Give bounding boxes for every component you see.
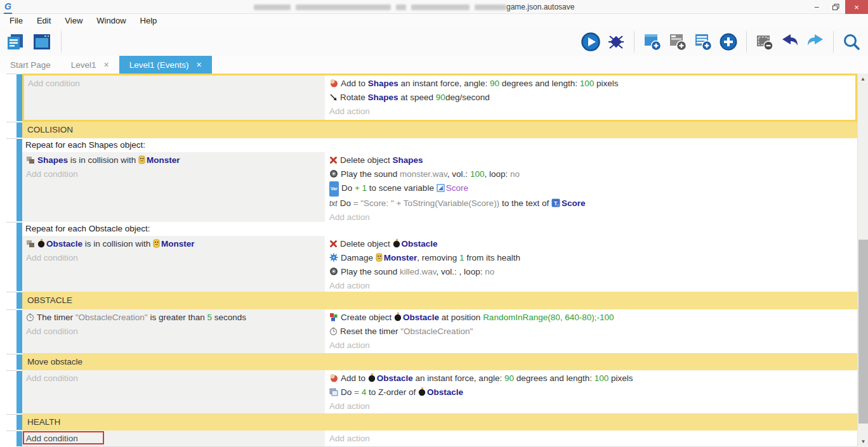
event-drag-handle[interactable]: [16, 431, 22, 446]
add-action-link[interactable]: Add action: [329, 279, 857, 293]
action-play-sound[interactable]: Play the sound killed.wav, vol.: , loop:…: [329, 265, 857, 279]
actions-area[interactable]: Add to Shapes an instant force, angle: 9…: [325, 75, 855, 120]
vertical-scrollbar[interactable]: ▲ ▼: [857, 74, 868, 447]
event-drag-handle[interactable]: [16, 139, 22, 221]
close-button[interactable]: ×: [845, 0, 868, 14]
tab-label: Level1: [71, 60, 96, 70]
add-condition-link[interactable]: Add condition: [28, 77, 325, 91]
tab-start-page[interactable]: Start Page: [0, 56, 61, 74]
add-condition-link[interactable]: Add condition: [26, 167, 325, 181]
conditions-area[interactable]: Add condition: [22, 431, 325, 446]
scene-editor-button[interactable]: [32, 32, 52, 52]
action-reset-timer[interactable]: Reset the timer "ObstacleCreation": [329, 325, 857, 339]
add-action-link[interactable]: Add action: [329, 432, 857, 446]
menu-help[interactable]: Help: [133, 14, 164, 28]
event-row-foreach-obstacle[interactable]: Repeat for each Obstacle object: Obstacl…: [0, 222, 857, 292]
tab-bar: Start Page Level1× Level1 (Events)×: [0, 56, 868, 74]
scrollbar-thumb[interactable]: [858, 240, 868, 424]
project-manager-button[interactable]: [5, 32, 25, 52]
conditions-area[interactable]: Obstacle is in collision with Monster Ad…: [22, 236, 325, 293]
conditions-area[interactable]: Add condition: [22, 370, 325, 413]
foreach-header[interactable]: Repeat for each Obstacle object:: [22, 222, 857, 236]
condition-collision[interactable]: Shapes is in collision with Monster: [26, 153, 325, 167]
obstacle-object-icon: [393, 238, 400, 248]
scroll-down-icon[interactable]: ▼: [858, 436, 868, 447]
conditions-area[interactable]: Shapes is in collision with Monster Add …: [22, 152, 325, 224]
comment-banner[interactable]: OBSTACLE: [22, 292, 857, 309]
action-delete-shapes[interactable]: Delete object Shapes: [329, 153, 857, 167]
action-add-force[interactable]: Add to Obstacle an instant force, angle:…: [329, 372, 857, 385]
add-condition-link[interactable]: Add condition: [26, 432, 325, 446]
action-damage[interactable]: Damage Monster, removing 1 from its heal…: [329, 251, 857, 265]
add-condition-link[interactable]: Add condition: [26, 251, 325, 265]
text-object-icon: Tx: [551, 198, 560, 207]
event-drag-handle[interactable]: [16, 122, 22, 138]
add-element-button[interactable]: [718, 32, 739, 52]
event-drag-handle[interactable]: [16, 371, 22, 413]
tab-level1-events[interactable]: Level1 (Events)×: [119, 56, 212, 74]
event-drag-handle[interactable]: [16, 354, 22, 370]
add-subevent-button[interactable]: [667, 32, 688, 52]
search-button[interactable]: [841, 32, 862, 52]
actions-area[interactable]: Create object Obstacle at position Rando…: [325, 309, 857, 353]
minimize-button[interactable]: –: [807, 0, 826, 14]
actions-area[interactable]: Delete object Obstacle Damage Monster, r…: [325, 236, 857, 293]
add-action-link[interactable]: Add action: [329, 105, 855, 119]
action-scene-variable[interactable]: VarDo + 1 to scene variable Score: [329, 181, 857, 197]
undo-button[interactable]: [780, 32, 800, 52]
tab-close-icon[interactable]: ×: [104, 60, 109, 70]
redo-button[interactable]: [805, 32, 825, 52]
menu-view[interactable]: View: [58, 14, 89, 28]
action-text-of-score[interactable]: txtDo = "Score: " + ToString(Variable(Sc…: [329, 197, 857, 211]
tab-close-icon[interactable]: ×: [197, 60, 202, 70]
event-drag-handle[interactable]: [16, 223, 22, 291]
add-comment-button[interactable]: [693, 32, 713, 52]
tab-level1[interactable]: Level1×: [61, 56, 119, 74]
foreach-header[interactable]: Repeat for each Shapes object:: [22, 138, 857, 152]
actions-area[interactable]: Delete object Shapes Play the sound mons…: [325, 152, 857, 224]
scroll-up-icon[interactable]: ▲: [858, 74, 868, 84]
play-button[interactable]: [581, 32, 601, 52]
condition-collision[interactable]: Obstacle is in collision with Monster: [26, 237, 325, 251]
comment-row-move-obstacle[interactable]: Move obstacle: [0, 354, 857, 370]
debug-button[interactable]: [606, 32, 626, 52]
event-row-health-empty[interactable]: Add condition Add action: [0, 431, 857, 447]
action-rotate[interactable]: Rotate Shapes at speed 90deg/second: [329, 91, 855, 105]
menu-edit[interactable]: Edit: [30, 14, 58, 28]
event-row-foreach-shapes[interactable]: Repeat for each Shapes object: Shapes is…: [0, 138, 857, 222]
add-action-link[interactable]: Add action: [329, 339, 857, 353]
event-row-move-obstacle[interactable]: Add condition Add to Obstacle an instant…: [0, 370, 857, 414]
menu-window[interactable]: Window: [89, 14, 133, 28]
conditions-area[interactable]: Add condition: [24, 75, 325, 120]
delete-event-button[interactable]: [754, 32, 775, 52]
restore-button[interactable]: [826, 0, 845, 14]
search-icon: [842, 32, 861, 51]
condition-timer[interactable]: The timer "ObstacleCreation" is greater …: [26, 311, 325, 325]
add-condition-link[interactable]: Add condition: [26, 325, 325, 339]
action-delete-obstacle[interactable]: Delete object Obstacle: [329, 237, 857, 251]
add-event-button[interactable]: [642, 32, 662, 52]
actions-area[interactable]: Add to Obstacle an instant force, angle:…: [325, 370, 857, 413]
rotate-icon: [329, 93, 338, 101]
add-action-link[interactable]: Add action: [329, 399, 857, 413]
menu-file[interactable]: File: [3, 14, 30, 28]
action-zorder[interactable]: Do = 4 to Z-order of Obstacle: [329, 385, 857, 399]
comment-banner[interactable]: Move obstacle: [22, 354, 857, 370]
conditions-area[interactable]: The timer "ObstacleCreation" is greater …: [22, 309, 325, 353]
event-drag-handle[interactable]: [16, 415, 22, 430]
action-add-force[interactable]: Add to Shapes an instant force, angle: 9…: [329, 77, 855, 91]
event-row-shapes-force[interactable]: Add condition Add to Shapes an instant f…: [0, 74, 857, 122]
event-row-obstacle-creation[interactable]: The timer "ObstacleCreation" is greater …: [0, 309, 857, 354]
comment-row-health[interactable]: HEALTH: [0, 414, 857, 431]
event-drag-handle[interactable]: [16, 74, 22, 121]
event-drag-handle[interactable]: [16, 310, 22, 353]
event-drag-handle[interactable]: [16, 292, 22, 309]
comment-row-obstacle[interactable]: OBSTACLE: [0, 292, 857, 309]
comment-banner[interactable]: COLLISION: [22, 122, 857, 138]
action-create-object[interactable]: Create object Obstacle at position Rando…: [329, 311, 857, 325]
action-play-sound[interactable]: Play the sound monster.wav, vol.: 100, l…: [329, 167, 857, 181]
comment-row-collision[interactable]: COLLISION: [0, 122, 857, 138]
actions-area[interactable]: Add action: [325, 431, 857, 446]
comment-banner[interactable]: HEALTH: [22, 414, 857, 431]
add-condition-link[interactable]: Add condition: [26, 372, 325, 385]
